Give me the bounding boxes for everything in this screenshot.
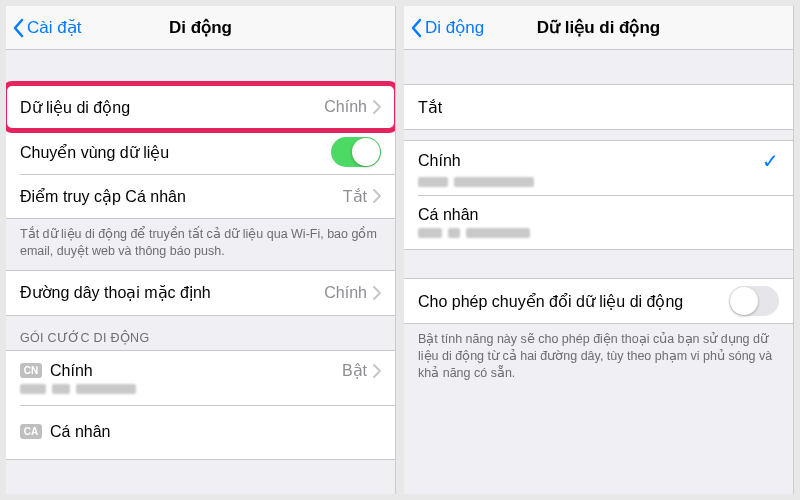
row-label: Cá nhân bbox=[418, 206, 779, 224]
row-default-voice-line[interactable]: Đường dây thoại mặc định Chính bbox=[6, 271, 395, 315]
content: Tắt Chính ✓ Cá nhân bbox=[404, 50, 793, 494]
row-plan-primary[interactable]: CN Chính Bật bbox=[6, 351, 395, 405]
row-plan-personal[interactable]: CA Cá nhân bbox=[6, 405, 395, 459]
row-value: Chính bbox=[324, 284, 367, 302]
chevron-right-icon bbox=[373, 286, 381, 300]
checkmark-icon: ✓ bbox=[762, 149, 779, 173]
back-label: Cài đặt bbox=[27, 17, 81, 38]
group-cellular-plans: CN Chính Bật CA Cá nhân bbox=[6, 350, 395, 460]
row-label: Cá nhân bbox=[50, 423, 381, 441]
row-option-personal[interactable]: Cá nhân bbox=[404, 195, 793, 249]
section-header-cellular-plans: GÓI CƯỚC DI ĐỘNG bbox=[6, 316, 395, 350]
group-off: Tắt bbox=[404, 84, 793, 130]
phone-left-cellular-settings: Cài đặt Di động Dữ liệu di động Chính Ch… bbox=[6, 6, 396, 494]
chevron-left-icon bbox=[410, 18, 422, 38]
plan-number-redacted bbox=[418, 177, 534, 187]
group-sim-choice: Chính ✓ Cá nhân bbox=[404, 140, 793, 250]
group-allow-switching: Cho phép chuyển đổi dữ liệu di động bbox=[404, 278, 793, 324]
row-value: Chính bbox=[324, 98, 367, 116]
back-label: Di động bbox=[425, 17, 484, 38]
row-label: Đường dây thoại mặc định bbox=[20, 283, 324, 302]
phone-right-cellular-data-detail: Di động Dữ liệu di động Tắt Chính ✓ bbox=[404, 6, 794, 494]
plan-number-redacted bbox=[418, 228, 530, 238]
group-default-voice: Đường dây thoại mặc định Chính bbox=[6, 270, 395, 316]
row-value: Tắt bbox=[343, 187, 367, 206]
row-option-off[interactable]: Tắt bbox=[404, 85, 793, 129]
row-label: Tắt bbox=[418, 98, 779, 117]
sim-icon: CA bbox=[20, 424, 42, 439]
row-label: Chính bbox=[50, 362, 342, 380]
row-option-primary[interactable]: Chính ✓ bbox=[404, 141, 793, 195]
row-label: Dữ liệu di động bbox=[20, 98, 324, 117]
row-data-roaming[interactable]: Chuyển vùng dữ liệu bbox=[6, 130, 395, 174]
chevron-right-icon bbox=[373, 100, 381, 114]
row-allow-data-switching[interactable]: Cho phép chuyển đổi dữ liệu di động bbox=[404, 279, 793, 323]
row-value: Bật bbox=[342, 361, 367, 380]
row-label: Chính bbox=[418, 152, 762, 170]
footer-note-cellular: Tắt dữ liệu di động để truyền tất cả dữ … bbox=[6, 219, 395, 270]
toggle-allow-switching[interactable] bbox=[729, 286, 779, 316]
chevron-left-icon bbox=[12, 18, 24, 38]
chevron-right-icon bbox=[373, 189, 381, 203]
row-label: Chuyển vùng dữ liệu bbox=[20, 143, 331, 162]
sim-icon: CN bbox=[20, 363, 42, 378]
row-cellular-data[interactable]: Dữ liệu di động Chính bbox=[6, 85, 395, 129]
back-button[interactable]: Di động bbox=[404, 17, 484, 38]
navbar: Di động Dữ liệu di động bbox=[404, 6, 793, 50]
group-cellular-data: Dữ liệu di động Chính bbox=[6, 84, 395, 130]
content: Dữ liệu di động Chính Chuyển vùng dữ liệ… bbox=[6, 50, 395, 494]
plan-number-redacted bbox=[20, 384, 136, 394]
back-button[interactable]: Cài đặt bbox=[6, 17, 81, 38]
group-options: Chuyển vùng dữ liệu Điểm truy cập Cá nhâ… bbox=[6, 130, 395, 219]
footer-note-switching: Bật tính năng này sẽ cho phép điện thoại… bbox=[404, 324, 793, 392]
row-label: Cho phép chuyển đổi dữ liệu di động bbox=[418, 292, 729, 311]
row-label: Điểm truy cập Cá nhân bbox=[20, 187, 343, 206]
navbar: Cài đặt Di động bbox=[6, 6, 395, 50]
chevron-right-icon bbox=[373, 364, 381, 378]
row-personal-hotspot[interactable]: Điểm truy cập Cá nhân Tắt bbox=[6, 174, 395, 218]
toggle-data-roaming[interactable] bbox=[331, 137, 381, 167]
